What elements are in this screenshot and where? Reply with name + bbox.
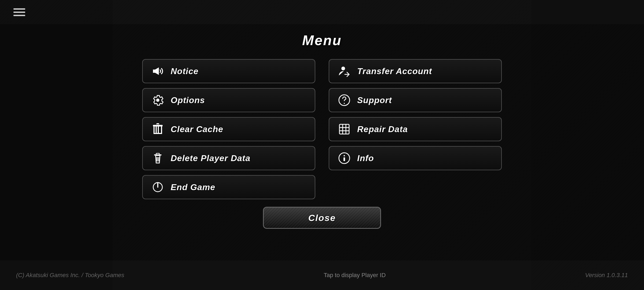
support-label: Support	[357, 95, 392, 105]
notice-icon	[151, 64, 165, 78]
info-icon	[337, 151, 351, 165]
svg-rect-8	[156, 126, 157, 134]
transfer-account-button[interactable]: Transfer Account	[329, 59, 502, 83]
close-button-wrapper: Close	[263, 207, 381, 229]
svg-rect-11	[339, 124, 349, 134]
repair-data-button[interactable]: Repair Data	[329, 117, 502, 141]
svg-point-0	[341, 67, 345, 70]
power-icon	[151, 180, 165, 194]
menu-panel: Menu Notice Tran	[0, 24, 644, 260]
options-icon	[151, 93, 165, 107]
close-button[interactable]: Close	[263, 207, 381, 229]
button-grid: Notice Transfer Account	[142, 59, 502, 199]
cache-icon	[151, 122, 165, 136]
options-label: Options	[171, 95, 205, 105]
svg-point-3	[344, 103, 345, 104]
transfer-icon	[337, 64, 351, 78]
end-game-label: End Game	[171, 182, 215, 192]
top-bar	[0, 0, 644, 24]
end-game-button[interactable]: End Game	[142, 175, 315, 199]
transfer-account-label: Transfer Account	[357, 66, 432, 76]
player-id-tap[interactable]: Tap to display Player ID	[324, 272, 386, 279]
svg-rect-23	[343, 157, 345, 161]
delete-icon	[151, 151, 165, 165]
options-button[interactable]: Options	[142, 88, 315, 112]
support-icon	[337, 93, 351, 107]
delete-player-data-label: Delete Player Data	[171, 153, 250, 163]
svg-point-22	[344, 155, 345, 157]
svg-rect-5	[153, 126, 155, 134]
svg-rect-20	[156, 153, 159, 155]
hamburger-button[interactable]	[13, 8, 25, 16]
notice-button[interactable]: Notice	[142, 59, 315, 83]
info-label: Info	[357, 153, 374, 163]
delete-player-data-button[interactable]: Delete Player Data	[142, 146, 315, 170]
copyright-text: (C) Akatsuki Games Inc. / Tookyo Games	[16, 272, 124, 279]
clear-cache-label: Clear Cache	[171, 124, 223, 134]
repair-icon	[337, 122, 351, 136]
version-text: Version 1.0.3.11	[585, 272, 628, 279]
close-label: Close	[308, 213, 336, 223]
repair-data-label: Repair Data	[357, 124, 408, 134]
svg-rect-4	[153, 125, 163, 126]
menu-title: Menu	[302, 32, 342, 48]
support-button[interactable]: Support	[329, 88, 502, 112]
notice-label: Notice	[171, 66, 199, 76]
svg-rect-9	[158, 126, 159, 134]
clear-cache-button[interactable]: Clear Cache	[142, 117, 315, 141]
bottom-bar: (C) Akatsuki Games Inc. / Tookyo Games T…	[0, 260, 644, 290]
svg-rect-6	[161, 126, 162, 134]
info-button[interactable]: Info	[329, 146, 502, 170]
